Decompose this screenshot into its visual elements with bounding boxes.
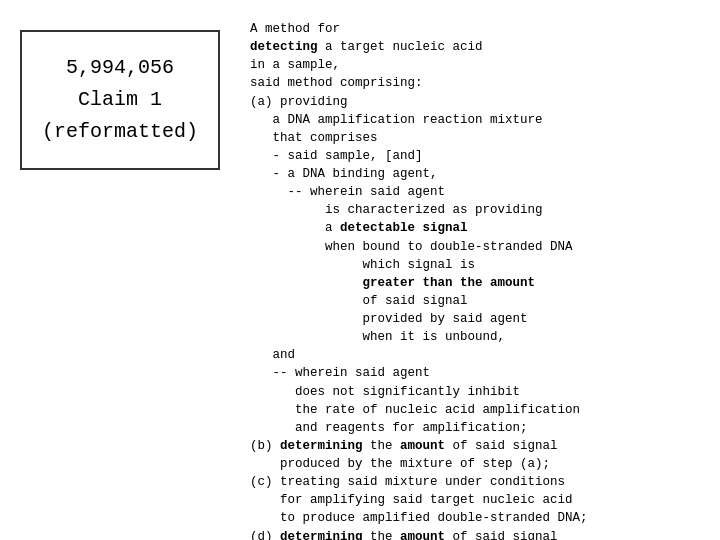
line-13: when bound to double-stranded DNA	[250, 240, 573, 254]
line-20: -- wherein said agent	[250, 366, 430, 380]
line-12: a detectable signal	[250, 221, 468, 235]
line-22: the rate of nucleic acid amplification	[250, 403, 580, 417]
line-25: produced by the mixture of step (a);	[250, 457, 550, 471]
line-29: (d) determining the amount of said signa…	[250, 530, 558, 541]
line-10: -- wherein said agent	[250, 185, 445, 199]
patent-label: 5,994,056 Claim 1 (reformatted)	[20, 30, 220, 170]
line-2: detecting a target nucleic acid	[250, 40, 483, 54]
line-7: that comprises	[250, 131, 378, 145]
line-8: - said sample, [and]	[250, 149, 423, 163]
claim-number: Claim 1	[78, 88, 162, 111]
line-15: greater than the amount	[250, 276, 535, 290]
claim-text: A method for detecting a target nucleic …	[250, 20, 700, 540]
line-5: (a) providing	[250, 95, 348, 109]
line-18: when it is unbound,	[250, 330, 505, 344]
line-26: (c) treating said mixture under conditio…	[250, 475, 565, 489]
line-1: A method for	[250, 22, 340, 36]
line-23: and reagents for amplification;	[250, 421, 528, 435]
line-16: of said signal	[250, 294, 468, 308]
patent-number: 5,994,056	[66, 56, 174, 79]
format-label: (reformatted)	[42, 120, 198, 143]
line-9: - a DNA binding agent,	[250, 167, 438, 181]
line-21: does not significantly inhibit	[250, 385, 520, 399]
line-14: which signal is	[250, 258, 475, 272]
line-4: said method comprising:	[250, 76, 423, 90]
line-28: to produce amplified double-stranded DNA…	[250, 511, 588, 525]
line-19: and	[250, 348, 295, 362]
line-24: (b) determining the amount of said signa…	[250, 439, 558, 453]
line-3: in a sample,	[250, 58, 340, 72]
line-6: a DNA amplification reaction mixture	[250, 113, 543, 127]
line-27: for amplifying said target nucleic acid	[250, 493, 573, 507]
line-17: provided by said agent	[250, 312, 528, 326]
line-11: is characterized as providing	[250, 203, 543, 217]
